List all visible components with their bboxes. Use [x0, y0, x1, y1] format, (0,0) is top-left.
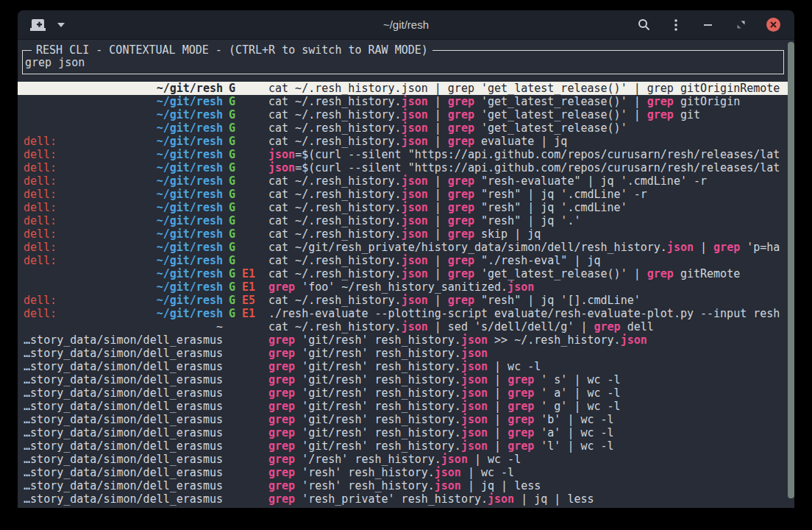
row-left-columns: …story_data/simon/dell_erasmus	[24, 492, 223, 506]
history-row[interactable]: ~/git/reshGcat ~/.resh_history.json | gr…	[18, 121, 794, 135]
flags: G	[223, 148, 268, 161]
row-left-columns: …story_data/simon/dell_erasmus	[24, 413, 223, 426]
history-row[interactable]: dell:~/git/reshG E1./resh-evaluate --plo…	[18, 307, 794, 320]
new-tab-button[interactable]	[29, 17, 46, 33]
directory-label: …story_data/simon/dell_erasmus	[24, 360, 223, 373]
host-label: dell:	[24, 241, 57, 254]
history-row[interactable]: ~/git/reshGcat ~/.resh_history.json | gr…	[18, 95, 794, 108]
history-row[interactable]: …story_data/simon/dell_erasmusgrep 'git/…	[18, 426, 794, 439]
git-flag: G	[229, 174, 235, 188]
history-row[interactable]: dell:~/git/reshGcat ~/.resh_history.json…	[18, 135, 794, 148]
directory-label: ~/git/resh	[157, 241, 223, 254]
directory-label: ~/git/resh	[157, 227, 223, 241]
git-flag: G	[229, 294, 235, 307]
host-label: dell:	[24, 161, 57, 174]
command-text: grep 'git/resh' resh_history.json | grep…	[268, 426, 794, 439]
search-button[interactable]	[635, 17, 652, 33]
flags	[223, 439, 268, 453]
history-row[interactable]: dell:~/git/reshGcat ~/.resh_history.json…	[18, 188, 794, 201]
history-row[interactable]: …story_data/simon/dell_erasmusgrep 'git/…	[18, 333, 794, 347]
history-row[interactable]: …story_data/simon/dell_erasmusgrep '/res…	[18, 453, 794, 466]
flags: G	[223, 254, 268, 267]
app-window: ~/git/resh	[18, 10, 794, 508]
history-row[interactable]: ~/git/reshG E1cat ~/.resh_history.json |…	[18, 267, 794, 280]
row-left-columns: …story_data/simon/dell_erasmus	[24, 400, 223, 413]
directory-label: ~/git/resh	[157, 280, 223, 294]
directory-label: ~/git/resh	[157, 174, 223, 188]
directory-label: ~/git/resh	[157, 267, 223, 280]
history-row[interactable]: …story_data/simon/dell_erasmusgrep 'git/…	[18, 373, 794, 386]
flags	[223, 466, 268, 479]
directory-label: ~/git/resh	[157, 188, 223, 201]
row-left-columns: ~/git/resh	[24, 267, 223, 280]
directory-label: …story_data/simon/dell_erasmus	[24, 373, 223, 386]
git-flag: G	[229, 227, 235, 241]
directory-label: …story_data/simon/dell_erasmus	[24, 333, 223, 347]
command-text: cat ~/.resh_history.json | grep skip | j…	[268, 227, 794, 241]
history-row[interactable]: …story_data/simon/dell_erasmusgrep 'git/…	[18, 413, 794, 426]
directory-label: …story_data/simon/dell_erasmus	[24, 426, 223, 439]
history-row[interactable]: dell:~/git/reshGcat ~/.resh_history.json…	[18, 227, 794, 241]
history-row[interactable]: …story_data/simon/dell_erasmusgrep 'resh…	[18, 466, 794, 479]
history-row[interactable]: dell:~/git/reshGjson=$(curl --silent "ht…	[18, 148, 794, 161]
command-text: grep 'git/resh' resh_history.json | grep…	[268, 400, 794, 413]
row-left-columns: …story_data/simon/dell_erasmus	[24, 347, 223, 360]
directory-label: …story_data/simon/dell_erasmus	[24, 466, 223, 479]
flags: G E1	[223, 267, 268, 280]
history-row[interactable]: dell:~/git/reshGcat ~/git/resh_private/h…	[18, 241, 794, 254]
directory-label: ~/git/resh	[157, 254, 223, 267]
history-row[interactable]: dell:~/git/reshGcat ~/.resh_history.json…	[18, 201, 794, 214]
flags: G E1	[223, 307, 268, 320]
row-left-columns: ~/git/resh	[24, 108, 223, 121]
directory-label: …story_data/simon/dell_erasmus	[24, 400, 223, 413]
history-row[interactable]: …story_data/simon/dell_erasmusgrep 'resh…	[18, 479, 794, 492]
history-row[interactable]: dell:~/git/reshG E5cat ~/.resh_history.j…	[18, 294, 794, 307]
directory-label: ~/git/resh	[157, 201, 223, 214]
history-row[interactable]: …story_data/simon/dell_erasmusgrep 'git/…	[18, 386, 794, 400]
search-query[interactable]: grep json	[25, 56, 85, 69]
row-left-columns: dell:~/git/resh	[24, 174, 223, 188]
directory-label: ~/git/resh	[157, 161, 223, 174]
command-text: cat ~/.resh_history.json | grep "resh" |…	[268, 214, 794, 227]
row-left-columns: ~/git/resh	[24, 82, 223, 95]
history-row[interactable]: ~cat ~/.resh_history.json | sed 's/dell/…	[18, 320, 794, 333]
command-text: cat ~/.resh_history.json | grep "resh" |…	[268, 201, 794, 214]
git-flag: G	[229, 214, 235, 227]
history-row[interactable]: dell:~/git/reshGcat ~/.resh_history.json…	[18, 214, 794, 227]
history-row[interactable]: ~/git/reshG E1grep 'foo' ~/resh_history_…	[18, 280, 794, 294]
restore-button[interactable]	[733, 17, 749, 33]
history-row[interactable]: dell:~/git/reshGjson=$(curl --silent "ht…	[18, 161, 794, 174]
command-text: cat ~/git/resh_private/history_data/simo…	[268, 241, 794, 254]
row-left-columns: …story_data/simon/dell_erasmus	[24, 439, 223, 453]
restore-icon	[736, 20, 746, 29]
directory-label: …story_data/simon/dell_erasmus	[24, 492, 223, 506]
history-row[interactable]: …story_data/simon/dell_erasmusgrep 'resh…	[18, 492, 794, 506]
tab-dropdown-button[interactable]	[53, 17, 69, 33]
terminal-content: RESH CLI - CONTEXTUAL MODE - (CTRL+R to …	[18, 40, 794, 508]
directory-label: …story_data/simon/dell_erasmus	[24, 413, 223, 426]
menu-button[interactable]	[668, 17, 684, 33]
history-row[interactable]: …story_data/simon/dell_erasmusgrep 'git/…	[18, 360, 794, 373]
command-text: cat ~/.resh_history.json | grep 'get_lat…	[268, 108, 794, 121]
history-row[interactable]: dell:~/git/reshGcat ~/.resh_history.json…	[18, 174, 794, 188]
minimize-button[interactable]	[700, 17, 716, 33]
flags: G	[223, 188, 268, 201]
history-row[interactable]: ~/git/reshGcat ~/.resh_history.json | gr…	[18, 82, 794, 95]
row-left-columns: …story_data/simon/dell_erasmus	[24, 426, 223, 439]
row-left-columns: ~/git/resh	[24, 121, 223, 135]
command-text: grep 'resh' resh_history.json | wc -l	[268, 466, 794, 479]
history-row[interactable]: …story_data/simon/dell_erasmusgrep 'git/…	[18, 347, 794, 360]
git-flag: G	[229, 82, 235, 95]
flags: G	[223, 241, 268, 254]
close-button[interactable]	[765, 17, 781, 33]
history-row[interactable]: …story_data/simon/dell_erasmusgrep 'git/…	[18, 400, 794, 413]
scrollbar[interactable]	[788, 42, 794, 498]
history-row[interactable]: dell:~/git/reshGcat ~/.resh_history.json…	[18, 254, 794, 267]
directory-label: …story_data/simon/dell_erasmus	[24, 347, 223, 360]
history-row[interactable]: ~/git/reshGcat ~/.resh_history.json | gr…	[18, 108, 794, 121]
host-label: dell:	[24, 307, 57, 320]
minimize-icon	[704, 24, 713, 26]
row-left-columns: dell:~/git/resh	[24, 254, 223, 267]
directory-label: ~/git/resh	[157, 214, 223, 227]
history-row[interactable]: …story_data/simon/dell_erasmusgrep 'git/…	[18, 439, 794, 453]
